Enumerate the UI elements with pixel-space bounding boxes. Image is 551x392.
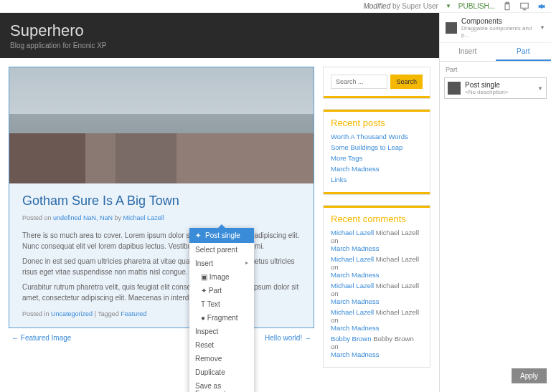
menu-inspect[interactable]: Inspect — [189, 325, 254, 338]
chevron-down-icon[interactable]: ▼ — [540, 24, 545, 31]
clipboard-icon[interactable] — [502, 1, 512, 11]
inspector-panel: ComponentsDraggable components and p... … — [439, 13, 551, 392]
search-input[interactable] — [331, 75, 387, 89]
submenu-part[interactable]: ✦ Part — [189, 284, 254, 297]
post-single-part[interactable]: Gotham Sure Is A Big Town Posted on unde… — [9, 67, 314, 328]
search-button[interactable]: Search — [390, 75, 423, 89]
post-paragraph: There is so much area to cover. Lorem ip… — [22, 230, 301, 252]
puzzle-icon — [446, 22, 457, 34]
context-menu-header: ✦Post single — [189, 228, 254, 243]
text-icon: T — [201, 300, 205, 308]
puzzle-icon — [448, 82, 461, 95]
tab-part[interactable]: Part — [496, 43, 552, 61]
post-title[interactable]: Gotham Sure Is A Big Town — [22, 193, 301, 209]
list-item: Michael Lazell Michael Lazell on March M… — [331, 280, 423, 307]
part-label: Part — [440, 62, 551, 77]
dropdown-caret-icon[interactable]: ▼ — [446, 3, 451, 9]
menu-insert[interactable]: Insert▸ — [189, 257, 254, 270]
post-meta: Posted on undefined NaN, NaN by Michael … — [22, 214, 301, 221]
next-post-link[interactable]: Hello world! → — [265, 334, 311, 342]
menu-remove[interactable]: Remove — [189, 352, 254, 365]
recent-comments-widget: Recent comments Michael Lazell Michael L… — [323, 205, 430, 368]
context-menu: ✦Post single Select parent Insert▸ ▣ Ima… — [189, 228, 254, 392]
tab-insert[interactable]: Insert — [440, 43, 496, 61]
featured-image — [9, 67, 314, 183]
menu-save-fragment[interactable]: Save as Fragment — [189, 379, 254, 392]
fragment-icon: ● — [201, 314, 205, 322]
chevron-down-icon[interactable]: ▼ — [537, 85, 543, 92]
gear-icon[interactable] — [537, 1, 547, 11]
widget-title: Recent posts — [324, 112, 430, 131]
post-footer: Posted in Uncategorized | Tagged Feature… — [22, 310, 301, 317]
list-item: Michael Lazell Michael Lazell on March M… — [331, 254, 423, 280]
modified-label: Modified by Super User — [363, 2, 438, 10]
puzzle-icon: ✦ — [195, 231, 201, 239]
list-item[interactable]: Links — [331, 176, 347, 183]
puzzle-icon: ✦ — [201, 287, 207, 295]
menu-duplicate[interactable]: Duplicate — [189, 365, 254, 379]
recent-posts-widget: Recent posts Worth A Thousand Words Some… — [323, 109, 430, 195]
list-item: Bobby Brown Bobby Brown on March Madness — [331, 333, 423, 360]
list-item[interactable]: Some Buildings to Leap — [331, 143, 402, 151]
svg-rect-2 — [521, 3, 529, 8]
list-item[interactable]: March Madness — [331, 165, 380, 173]
monitor-icon[interactable] — [519, 1, 529, 11]
chevron-right-icon: ▸ — [245, 259, 248, 266]
menu-reset[interactable]: Reset — [189, 338, 254, 352]
publish-button[interactable]: PUBLISH... — [458, 2, 495, 10]
submenu-text[interactable]: T Text — [189, 297, 254, 311]
list-item[interactable]: Worth A Thousand Words — [331, 133, 408, 140]
post-paragraph: Donec in est sed quam ultricies pharetra… — [22, 256, 301, 277]
list-item: Michael Lazell Michael Lazell on March M… — [331, 227, 423, 254]
top-bar: Modified by Super User ▼ PUBLISH... — [0, 0, 551, 13]
list-item: Michael Lazell Michael Lazell on March M… — [331, 307, 423, 333]
search-widget: Search — [323, 67, 430, 99]
menu-select-parent[interactable]: Select parent — [189, 243, 254, 257]
widget-title: Recent comments — [324, 208, 430, 227]
submenu-fragment[interactable]: ● Fragment — [189, 311, 254, 325]
prev-post-link[interactable]: ← Featured Image — [11, 334, 71, 342]
site-header: Superhero Blog application for Enonic XP — [0, 13, 439, 58]
panel-header[interactable]: ComponentsDraggable components and p... … — [440, 13, 551, 43]
part-selector[interactable]: Post single<No description> ▼ — [444, 77, 547, 99]
post-paragraph: Curabitur rutrum pharetra velit, quis fe… — [22, 282, 301, 303]
submenu-image[interactable]: ▣ Image — [189, 270, 254, 284]
page-canvas[interactable]: Superhero Blog application for Enonic XP… — [0, 13, 439, 392]
site-subtitle: Blog application for Enonic XP — [10, 42, 429, 49]
post-navigation: ← Featured Image Hello world! → — [9, 328, 314, 342]
list-item[interactable]: More Tags — [331, 154, 362, 162]
apply-button[interactable]: Apply — [512, 368, 547, 383]
site-title: Superhero — [10, 21, 429, 40]
image-icon: ▣ — [201, 273, 207, 281]
